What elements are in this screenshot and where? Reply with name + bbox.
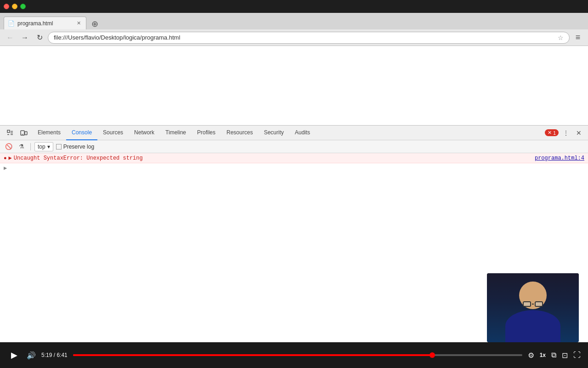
video-time-display: 5:19 / 6:41 [41,352,68,358]
title-bar [0,0,588,13]
forward-button[interactable]: → [18,31,31,44]
devtools-tab-bar: Elements Console Sources Network Timelin… [0,126,588,140]
person-head [519,282,547,309]
video-subtitles-button[interactable]: ⧉ [551,351,556,359]
page-content [0,46,588,125]
tab-audits[interactable]: Audits [289,126,316,140]
context-dropdown-icon: ▾ [47,144,50,150]
console-toolbar: 🚫 ⚗ top ▾ Preserve log [0,140,588,153]
device-mode-button[interactable] [17,126,30,139]
console-filter-button[interactable]: ⚗ [17,142,27,152]
address-bar[interactable]: file:///Users/flavio/Desktop/logica/prog… [48,32,570,44]
video-total-time: 6:41 [57,352,67,358]
video-current-time: 5:19 [41,352,52,358]
webcam-overlay [487,273,579,342]
tab-resources[interactable]: Resources [221,126,258,140]
preserve-log-label: Preserve log [63,144,94,150]
person-glasses [523,301,543,307]
preserve-log-checkbox[interactable] [56,144,62,150]
error-icon-x: ✕ [548,130,552,136]
error-expand-icon[interactable]: ▶ [9,155,12,161]
video-fullscreen-button[interactable]: ⛶ [573,351,581,359]
bookmark-icon[interactable]: ☆ [558,34,564,41]
glass-bridge [532,304,534,305]
video-bar: ▶ 🔊 5:19 / 6:41 ⚙ 1x ⧉ ⊡ ⛶ [0,342,588,368]
error-source-link[interactable]: programa.html:4 [535,155,584,161]
toolbar-divider [30,143,31,150]
devtools-close-button[interactable]: ✕ [573,127,584,138]
webcam-person [487,273,579,342]
tab-title: programa.html [17,20,72,27]
tab-console[interactable]: Console [66,126,97,140]
console-error-row: ● ▶ Uncaught SyntaxError: Unexpected str… [0,153,588,163]
tab-elements[interactable]: Elements [32,126,66,140]
preserve-log-checkbox-container[interactable]: Preserve log [56,144,94,150]
video-play-button[interactable]: ▶ [7,348,21,362]
error-count-badge: ✕ 1 [545,129,559,136]
glass-right [535,301,543,307]
console-clear-button[interactable]: 🚫 [4,142,14,152]
address-url: file:///Users/flavio/Desktop/logica/prog… [54,34,555,41]
minimize-button[interactable] [12,4,17,9]
new-tab-button[interactable]: ⊕ [88,18,101,29]
video-pip-button[interactable]: ⊡ [562,351,568,360]
console-input-row: ▶ [0,163,588,172]
close-button[interactable] [4,4,9,9]
tab-network[interactable]: Network [129,126,160,140]
video-speed-button[interactable]: 1x [540,352,546,358]
inspect-element-button[interactable] [4,126,17,139]
nav-bar: ← → ↻ file:///Users/flavio/Desktop/logic… [0,29,588,46]
maximize-button[interactable] [20,4,26,9]
traffic-lights [4,4,26,9]
tab-close-button[interactable]: ✕ [75,20,82,27]
svg-rect-0 [7,130,10,132]
tab-profiles[interactable]: Profiles [192,126,221,140]
context-value: top [38,144,45,150]
devtools-toolbar-right: ✕ 1 ⋮ ✕ [545,127,586,138]
glass-left [523,301,531,307]
video-volume-button[interactable]: 🔊 [27,351,36,360]
browser-tab[interactable]: 📄 programa.html ✕ [4,17,86,29]
tab-security[interactable]: Security [258,126,289,140]
tab-sources[interactable]: Sources [97,126,129,140]
tab-bar: 📄 programa.html ✕ ⊕ [0,13,588,29]
video-right-controls: ⚙ 1x ⧉ ⊡ ⛶ [528,351,581,360]
back-button[interactable]: ← [4,31,17,44]
video-progress-thumb[interactable] [430,352,435,358]
svg-rect-6 [25,132,27,135]
video-progress-bar[interactable] [73,354,522,356]
error-message: Uncaught SyntaxError: Unexpected string [14,155,535,161]
context-selector[interactable]: top ▾ [34,142,53,151]
error-circle-icon: ● [4,155,7,161]
devtools-left-icons [2,126,32,139]
video-progress-fill [73,354,432,356]
person-body [505,310,560,342]
reload-button[interactable]: ↻ [33,31,46,44]
devtools-more-button[interactable]: ⋮ [560,127,571,138]
tab-timeline[interactable]: Timeline [160,126,192,140]
console-prompt: ▶ [4,165,7,172]
tab-favicon: 📄 [8,20,15,27]
video-settings-button[interactable]: ⚙ [528,351,534,360]
error-count: 1 [553,130,556,136]
menu-button[interactable]: ≡ [571,31,584,44]
